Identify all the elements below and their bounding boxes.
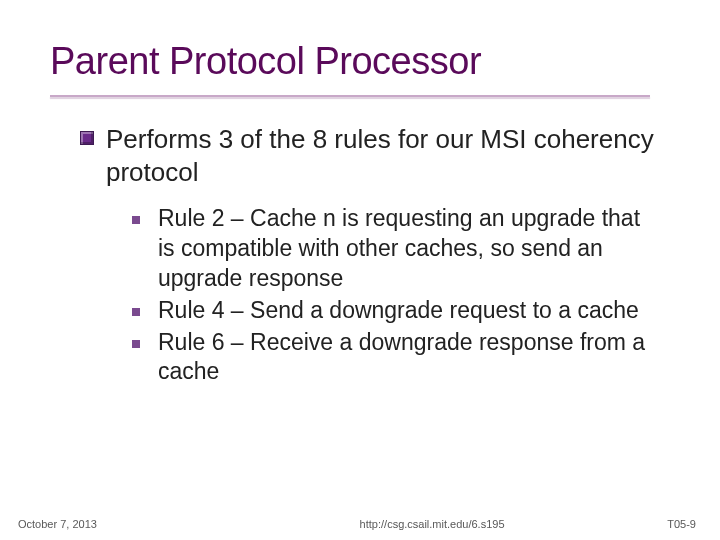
sub-bullets: Rule 2 – Cache n is requesting an upgrad… xyxy=(80,200,660,387)
title-area: Parent Protocol Processor xyxy=(0,0,720,91)
bullet-level2-text: Rule 6 – Receive a downgrade response fr… xyxy=(158,328,660,388)
bullet-level1-text: Performs 3 of the 8 rules for our MSI co… xyxy=(106,123,660,188)
square-bullet-icon xyxy=(132,216,140,224)
square-bullet-icon xyxy=(132,308,140,316)
footer: October 7, 2013 http://csg.csail.mit.edu… xyxy=(0,518,720,530)
bullet-level2: Rule 4 – Send a downgrade request to a c… xyxy=(132,296,660,326)
bullet-level2-text: Rule 4 – Send a downgrade request to a c… xyxy=(158,296,639,326)
bullet-level2-text: Rule 2 – Cache n is requesting an upgrad… xyxy=(158,204,660,294)
slide-title: Parent Protocol Processor xyxy=(50,40,720,83)
bullet-level2: Rule 2 – Cache n is requesting an upgrad… xyxy=(132,204,660,294)
footer-slide-number: T05-9 xyxy=(667,518,696,530)
footer-url: http://csg.csail.mit.edu/6.s195 xyxy=(97,518,667,530)
footer-date: October 7, 2013 xyxy=(18,518,97,530)
diamond-bullet-icon xyxy=(80,131,94,145)
bullet-level1: Performs 3 of the 8 rules for our MSI co… xyxy=(80,123,660,188)
bullet-level2: Rule 6 – Receive a downgrade response fr… xyxy=(132,328,660,388)
content-area: Performs 3 of the 8 rules for our MSI co… xyxy=(0,97,720,387)
square-bullet-icon xyxy=(132,340,140,348)
slide: Parent Protocol Processor Performs 3 of … xyxy=(0,0,720,540)
